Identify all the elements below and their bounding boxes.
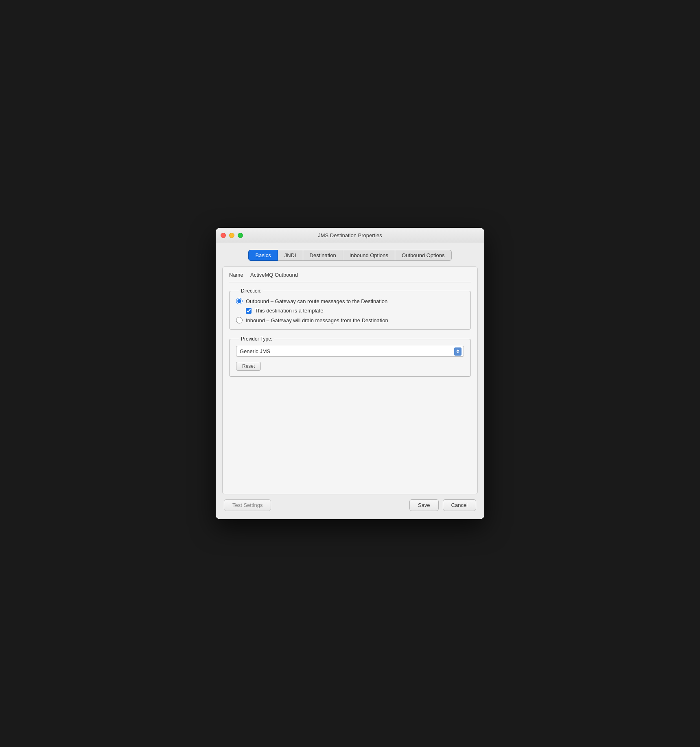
- provider-select[interactable]: Generic JMS ActiveMQ WebLogic JMS WebSph…: [236, 346, 464, 357]
- outbound-radio-label: Outbound – Gateway can route messages to…: [246, 298, 387, 304]
- outbound-radio[interactable]: [236, 298, 243, 304]
- window-body: Basics JNDI Destination Inbound Options …: [216, 243, 484, 519]
- inbound-radio[interactable]: [236, 317, 243, 323]
- name-label: Name: [229, 272, 245, 278]
- inbound-radio-label: Inbound – Gateway will drain messages fr…: [246, 317, 388, 323]
- outbound-radio-row: Outbound – Gateway can route messages to…: [236, 298, 464, 304]
- template-checkbox[interactable]: [246, 308, 252, 314]
- titlebar: JMS Destination Properties: [216, 228, 484, 243]
- maximize-button[interactable]: [238, 233, 243, 238]
- close-button[interactable]: [221, 233, 226, 238]
- template-checkbox-label: This destination is a template: [255, 308, 323, 314]
- cancel-button[interactable]: Cancel: [443, 499, 476, 511]
- minimize-button[interactable]: [229, 233, 234, 238]
- direction-fieldset: Direction: Outbound – Gateway can route …: [229, 288, 471, 330]
- name-row: Name ActiveMQ Outbound: [229, 272, 471, 282]
- content-panel: Name ActiveMQ Outbound Direction: Outbou…: [222, 266, 478, 494]
- tab-jndi[interactable]: JNDI: [278, 250, 303, 261]
- window-title: JMS Destination Properties: [318, 232, 382, 238]
- bottom-bar: Test Settings Save Cancel: [222, 494, 478, 513]
- tab-inbound[interactable]: Inbound Options: [343, 250, 395, 261]
- tab-outbound[interactable]: Outbound Options: [395, 250, 452, 261]
- name-value: ActiveMQ Outbound: [250, 272, 298, 278]
- template-checkbox-row: This destination is a template: [246, 308, 464, 314]
- reset-button[interactable]: Reset: [236, 362, 261, 371]
- test-settings-button[interactable]: Test Settings: [224, 499, 271, 511]
- bottom-right-buttons: Save Cancel: [409, 499, 476, 511]
- inbound-radio-row: Inbound – Gateway will drain messages fr…: [236, 317, 464, 323]
- traffic-lights: [221, 233, 243, 238]
- tab-basics[interactable]: Basics: [248, 250, 278, 261]
- provider-legend: Provider Type:: [239, 336, 274, 342]
- save-button[interactable]: Save: [409, 499, 439, 511]
- direction-legend: Direction:: [239, 288, 263, 294]
- provider-select-container: Generic JMS ActiveMQ WebLogic JMS WebSph…: [236, 346, 464, 357]
- tab-bar: Basics JNDI Destination Inbound Options …: [222, 250, 478, 261]
- tab-destination[interactable]: Destination: [303, 250, 343, 261]
- window: JMS Destination Properties Basics JNDI D…: [216, 228, 484, 519]
- provider-fieldset: Provider Type: Generic JMS ActiveMQ WebL…: [229, 336, 471, 377]
